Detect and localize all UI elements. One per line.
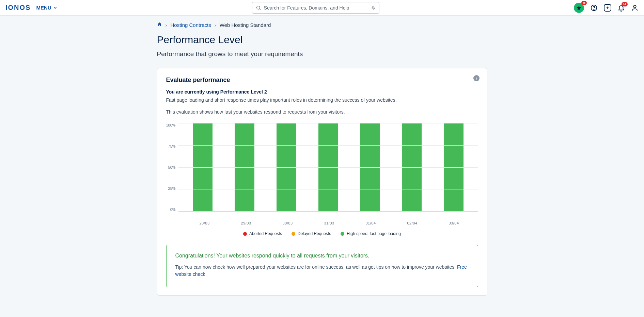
search-input[interactable] [264, 5, 368, 11]
tip-text: Tip: You can now check how well prepared… [175, 264, 457, 270]
legend-dot-icon [292, 232, 295, 236]
logo[interactable]: IONOS [5, 4, 31, 12]
performance-chart: 100%75%50%25%0% 28/0329/0330/0331/0301/0… [166, 123, 478, 236]
x-tick: 31/03 [309, 221, 350, 225]
y-axis-labels: 100%75%50%25%0% [166, 123, 178, 212]
search-wrap [63, 2, 568, 14]
info-button[interactable]: i [473, 75, 480, 81]
chevron-right-icon: › [166, 22, 167, 28]
add-button[interactable] [604, 4, 611, 12]
x-tick: 02/04 [392, 221, 433, 225]
chevron-down-icon [53, 5, 58, 10]
x-tick: 28/03 [184, 221, 225, 225]
svg-point-8 [633, 5, 636, 7]
search-box[interactable] [252, 2, 379, 14]
header-icons: % 5+ [574, 3, 639, 13]
notifications-badge: 5+ [622, 2, 628, 6]
x-tick: 29/03 [225, 221, 267, 225]
legend-item: High speed, fast page loading [341, 231, 401, 236]
legend-item: Aborted Requests [243, 231, 282, 236]
chart-plot [178, 123, 478, 212]
card-title: Evaluate performance [166, 77, 478, 84]
account-button[interactable] [631, 4, 639, 12]
evaluate-card: i Evaluate performance You are currently… [157, 68, 487, 296]
home-icon [157, 22, 162, 27]
x-axis-labels: 28/0329/0330/0331/0301/0402/0403/04 [180, 218, 478, 225]
legend-dot-icon [341, 232, 344, 236]
page: › Hosting Contracts › Web Hosting Standa… [157, 16, 487, 309]
svg-point-0 [256, 6, 260, 9]
congrats-tip: Tip: You can now check how well prepared… [175, 264, 469, 278]
legend-label: High speed, fast page loading [347, 231, 401, 236]
notifications-button[interactable]: 5+ [617, 4, 625, 12]
x-tick: 03/04 [433, 221, 475, 225]
breadcrumb-link-0[interactable]: Hosting Contracts [171, 22, 211, 28]
breadcrumb-home[interactable] [157, 22, 162, 28]
x-tick: 01/04 [350, 221, 392, 225]
promo-badge: % [581, 1, 587, 5]
legend-label: Aborted Requests [249, 231, 282, 236]
svg-rect-2 [373, 6, 374, 8]
legend-item: Delayed Requests [292, 231, 331, 236]
search-icon [256, 5, 261, 11]
promo-star-button[interactable]: % [574, 3, 584, 13]
page-title: Performance Level [157, 34, 487, 46]
svg-point-5 [594, 9, 594, 9]
legend-label: Delayed Requests [298, 231, 331, 236]
star-icon [576, 5, 582, 11]
chart-legend: Aborted RequestsDelayed RequestsHigh spe… [166, 231, 478, 236]
congrats-title: Congratulations! Your websites respond q… [175, 253, 469, 259]
user-icon [631, 4, 639, 12]
mic-icon[interactable] [371, 5, 376, 10]
help-button[interactable] [590, 4, 598, 12]
legend-dot-icon [243, 232, 247, 236]
x-tick: 30/03 [267, 221, 309, 225]
topbar: IONOS MENU % 5+ [0, 0, 644, 16]
menu-label: MENU [36, 5, 51, 11]
congrats-box: Congratulations! Your websites respond q… [166, 245, 478, 287]
card-desc1: Fast page loading and short response tim… [166, 97, 478, 104]
chevron-right-icon: › [215, 22, 216, 28]
card-desc2: This evaluation shows how fast your webs… [166, 109, 478, 116]
level-line: You are currently using Performance Leve… [166, 89, 478, 95]
plus-square-icon [604, 4, 611, 12]
svg-line-1 [260, 9, 261, 10]
breadcrumb-current: Web Hosting Standard [220, 22, 271, 28]
menu-button[interactable]: MENU [36, 5, 57, 11]
page-subtitle: Performance that grows to meet your requ… [157, 50, 487, 58]
breadcrumb: › Hosting Contracts › Web Hosting Standa… [157, 21, 487, 31]
help-icon [590, 4, 598, 12]
